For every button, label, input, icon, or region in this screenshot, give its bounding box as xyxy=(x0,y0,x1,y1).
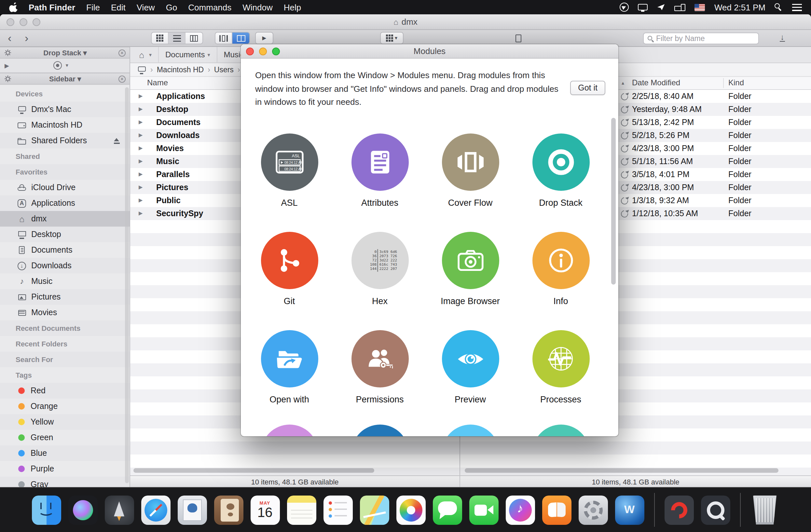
sidebar-item-movies[interactable]: Movies xyxy=(0,305,129,320)
icon-view-button[interactable] xyxy=(152,33,169,44)
sidebar-tag-orange[interactable]: Orange xyxy=(0,398,129,414)
back-button[interactable]: ‹ xyxy=(8,31,11,46)
dock-launchpad[interactable] xyxy=(105,495,134,525)
dialog-scrollbar[interactable] xyxy=(611,118,616,285)
apple-menu-icon[interactable] xyxy=(9,2,18,12)
sidebar-section-search-for[interactable]: Search For xyxy=(0,352,129,367)
sidebar-item-desktop[interactable]: Desktop xyxy=(0,227,129,242)
input-source-flag-icon[interactable] xyxy=(695,4,705,11)
dock-app-globe[interactable] xyxy=(615,495,644,525)
dock-acrobat[interactable] xyxy=(664,495,693,525)
disclosure-triangle-icon[interactable]: ▶ xyxy=(139,168,142,181)
menu-view[interactable]: View xyxy=(137,2,155,12)
disclosure-triangle-icon[interactable]: ▶ xyxy=(139,194,142,207)
dialog-titlebar[interactable]: Modules xyxy=(241,44,618,59)
sidebar-tag-red[interactable]: Red xyxy=(0,383,129,398)
menu-commands[interactable]: Commands xyxy=(188,2,231,12)
download-queue-button[interactable]: ↓ xyxy=(780,33,785,42)
menubar-clock[interactable]: Wed 2:51 PM xyxy=(714,2,765,12)
gear-icon[interactable] xyxy=(4,49,12,57)
dock-notes[interactable] xyxy=(287,495,316,525)
breadcrumb-macintosh-hd[interactable]: Macintosh HD xyxy=(157,66,204,74)
menu-go[interactable]: Go xyxy=(166,2,178,12)
sidebar-tag-purple[interactable]: Purple xyxy=(0,461,129,477)
sidebar-tag-gray[interactable]: Gray xyxy=(0,477,129,487)
window-titlebar[interactable]: ⌂ dmx xyxy=(0,14,811,30)
location-icon[interactable] xyxy=(620,3,629,12)
module-open-with[interactable]: Open with xyxy=(244,330,335,405)
arrange-menu-button[interactable]: ▾ xyxy=(381,33,403,44)
menu-edit[interactable]: Edit xyxy=(111,2,126,12)
dock-mail[interactable] xyxy=(178,495,206,525)
dock-ibooks[interactable] xyxy=(542,495,571,525)
module-permissions[interactable]: Permissions xyxy=(335,330,425,405)
module-drop-stack[interactable]: Drop Stack xyxy=(516,134,606,208)
menu-app-name[interactable]: Path Finder xyxy=(29,2,75,12)
disclosure-triangle-icon[interactable]: ▶ xyxy=(139,142,142,155)
menu-help[interactable]: Help xyxy=(284,2,301,12)
dock-messages[interactable] xyxy=(432,495,462,525)
module-partial-3[interactable] xyxy=(425,425,516,436)
coverflow-button[interactable] xyxy=(215,33,232,44)
sidebar-tag-blue[interactable]: Blue xyxy=(0,445,129,461)
sidebar-item-macintosh-hd[interactable]: Macintosh HD xyxy=(0,117,129,133)
dock-facetime[interactable] xyxy=(469,495,498,525)
horizontal-scrollbar[interactable] xyxy=(465,468,778,473)
dual-pane-button[interactable] xyxy=(232,33,249,44)
dock-safari[interactable] xyxy=(141,495,170,525)
module-hex[interactable]: 03c69 6d67 362073 7263 723d22 2220 10861… xyxy=(335,232,425,306)
tab-documents[interactable]: Documents▾ xyxy=(159,47,217,62)
airplay-display-icon[interactable] xyxy=(638,4,648,11)
disclosure-triangle-icon[interactable]: ▶ xyxy=(139,155,142,168)
dialog-zoom-button[interactable] xyxy=(272,47,280,55)
column-kind[interactable]: Kind xyxy=(728,77,744,89)
sidebar-item-documents[interactable]: Documents xyxy=(0,242,129,258)
dock-finder[interactable] xyxy=(32,495,61,525)
sidebar-tag-yellow[interactable]: Yellow xyxy=(0,414,129,430)
module-partial-4[interactable] xyxy=(516,425,606,436)
menu-file[interactable]: File xyxy=(86,2,100,12)
sidebar-section-recent-folders[interactable]: Recent Folders xyxy=(0,336,129,352)
dock-quicktime[interactable] xyxy=(701,495,730,525)
sidebar-scrollbar[interactable] xyxy=(125,87,129,483)
sidebar-item-downloads[interactable]: ↓Downloads xyxy=(0,258,129,273)
module-asl[interactable]: ASL 08:24:12 AM 08:24:12 AM ASL xyxy=(244,134,335,208)
sidebar-header[interactable]: Sidebar ▾ × xyxy=(0,73,129,85)
breadcrumb-users[interactable]: Users xyxy=(214,66,234,74)
sidebar-item-icloud-drive[interactable]: iCloud Drive xyxy=(0,180,129,195)
sidebar-item-dmx[interactable]: ⌂dmx xyxy=(0,211,129,227)
dialog-minimize-button[interactable] xyxy=(259,47,267,55)
module-partial-1[interactable] xyxy=(244,425,335,436)
disclosure-triangle-icon[interactable]: ▶ xyxy=(139,116,142,129)
close-sidebar-icon[interactable]: × xyxy=(119,75,126,82)
eject-icon[interactable] xyxy=(112,136,122,146)
module-image-browser[interactable]: Image Browser xyxy=(425,232,516,306)
spotlight-search-icon[interactable] xyxy=(775,3,783,11)
disclosure-triangle-icon[interactable]: ▶ xyxy=(139,129,142,142)
dock-maps[interactable] xyxy=(359,495,389,525)
dock-photos[interactable] xyxy=(396,495,425,525)
sidebar-section-recent-documents[interactable]: Recent Documents xyxy=(0,320,129,336)
disclosure-triangle-icon[interactable]: ▶ xyxy=(139,181,142,194)
tab-home[interactable]: ⌂▾ xyxy=(130,47,159,62)
module-cover-flow[interactable]: Cover Flow xyxy=(425,134,516,208)
sidebar-item-dmxs-mac[interactable]: Dmx's Mac xyxy=(0,102,129,117)
column-view-button[interactable] xyxy=(185,33,202,44)
disclosure-triangle-icon[interactable]: ▶ xyxy=(139,103,142,116)
sidebar-item-shared-folders[interactable]: Shared Folders xyxy=(0,133,129,149)
send-plane-icon[interactable] xyxy=(657,3,665,11)
forward-button[interactable]: › xyxy=(25,31,28,46)
module-attributes[interactable]: Attributes xyxy=(335,134,425,208)
sidebar-item-pictures[interactable]: Pictures xyxy=(0,289,129,305)
module-partial-2[interactable] xyxy=(335,425,425,436)
sidebar-item-music[interactable]: ♪Music xyxy=(0,273,129,289)
dock-itunes[interactable] xyxy=(505,495,535,525)
dialog-close-button[interactable] xyxy=(246,47,254,55)
close-drop-stack-icon[interactable]: × xyxy=(119,49,126,56)
module-info[interactable]: Info xyxy=(516,232,606,306)
disclosure-triangle-icon[interactable]: ▶ xyxy=(139,207,142,220)
module-git[interactable]: Git xyxy=(244,232,335,306)
sidebar-tag-green[interactable]: Green xyxy=(0,430,129,445)
menu-window[interactable]: Window xyxy=(243,2,273,12)
zoom-button[interactable] xyxy=(33,18,40,26)
